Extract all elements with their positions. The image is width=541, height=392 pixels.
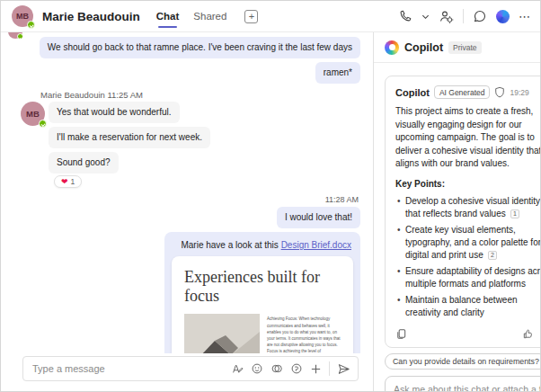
key-point: Create key visual elements, typography, …	[395, 224, 541, 262]
tab-chat[interactable]: Chat	[156, 1, 180, 31]
copilot-paragraph: This project aims to create a fresh, vis…	[395, 105, 541, 171]
ai-generated-badge: AI Generated	[434, 85, 491, 99]
message-received[interactable]: Sound good?	[49, 152, 119, 174]
key-points-list: Develop a cohesive visual identity that …	[395, 195, 541, 319]
format-icon[interactable]	[231, 362, 244, 375]
doc-preview-body: Achieving Focus: When technology communi…	[172, 312, 353, 353]
doc-preview-title: Experiences built for focus	[172, 256, 353, 312]
message-sent-with-file[interactable]: Marie have a look at this Design Brief.d…	[164, 232, 360, 353]
attach-plus-icon[interactable]	[310, 363, 322, 375]
avatar[interactable]: MB	[12, 5, 33, 27]
timestamp: 11:28 AM	[325, 195, 359, 204]
compose-box	[22, 356, 359, 381]
chat-header: MB Marie Beaudouin Chat Shared +	[1, 1, 540, 32]
message-sent[interactable]: I would love that!	[277, 207, 360, 228]
key-point: Develop a cohesive visual identity that …	[395, 195, 541, 220]
copilot-input[interactable]	[394, 384, 541, 392]
avatar-initials: MB	[26, 109, 40, 119]
share-text: Marie have a look at this Design Brief.d…	[172, 239, 353, 256]
copilot-logo-icon	[385, 40, 399, 55]
shield-icon	[494, 86, 505, 98]
heart-reaction-icon: ❤	[61, 177, 68, 186]
message-sent[interactable]: We should go back to that ramne place. I…	[40, 37, 360, 58]
file-link[interactable]: Design Brief.docx	[281, 240, 351, 250]
message-sender-meta: Marie Beaudouin 11:25 AM	[40, 90, 360, 100]
chat-tabs: Chat Shared +	[156, 1, 259, 31]
copilot-panel: Copilot Private × Copilot AI Generated 1…	[374, 32, 541, 391]
header-divider	[463, 9, 464, 23]
key-point: Ensure adaptability of designs across mu…	[395, 265, 541, 290]
compose-divider	[329, 361, 330, 376]
compose-bar	[1, 353, 373, 391]
message-received[interactable]: I'll make a reservation for next week.	[49, 127, 210, 148]
loop-icon[interactable]	[270, 362, 283, 375]
copy-icon[interactable]	[395, 328, 407, 340]
send-button[interactable]	[337, 362, 350, 376]
copilot-title: Copilot	[404, 41, 443, 54]
copilot-timestamp: 19:29	[510, 88, 528, 97]
avatar-initials: MB	[16, 12, 29, 21]
chat-column: We should go back to that ramne place. I…	[1, 32, 374, 391]
reaction-count: 1	[71, 177, 75, 186]
main-area: We should go back to that ramne place. I…	[1, 32, 540, 391]
doc-preview-text: Achieving Focus: When technology communi…	[267, 314, 341, 353]
copilot-panel-header: Copilot Private ×	[374, 32, 541, 63]
suggested-prompt-button[interactable]: Can you provide details on requirements?	[385, 353, 541, 370]
key-point: Maintain a balance between creativity an…	[395, 294, 541, 319]
page-title: Marie Beaudouin	[42, 10, 140, 23]
message-group: MB Yes that would be wonderful. I'll mak…	[21, 102, 360, 188]
message-sent[interactable]: ramen*	[315, 62, 360, 84]
open-chat-icon[interactable]	[473, 9, 487, 23]
copilot-icon[interactable]	[496, 10, 510, 23]
reaction-pill[interactable]: ❤ 1	[54, 175, 82, 188]
call-options-chevron-icon[interactable]	[421, 13, 430, 21]
message-input[interactable]	[32, 363, 224, 374]
tab-shared[interactable]: Shared	[193, 1, 226, 31]
doc-preview-image	[184, 314, 260, 353]
message-list[interactable]: We should go back to that ramne place. I…	[1, 32, 373, 353]
citation-chip[interactable]: 2	[488, 251, 498, 260]
avatar[interactable]: MB	[21, 102, 45, 126]
scrolled-avatar	[8, 32, 22, 39]
add-tab-button[interactable]: +	[244, 10, 258, 23]
copilot-panel-body: Copilot AI Generated 19:29 This project …	[374, 63, 541, 391]
add-people-button[interactable]	[439, 9, 454, 24]
sticker-icon[interactable]	[290, 362, 303, 375]
copilot-input-box	[385, 376, 541, 392]
presence-available-icon	[39, 120, 47, 128]
citation-chip[interactable]: 1	[510, 209, 520, 218]
key-points-label: Key Points:	[395, 179, 541, 189]
emoji-icon[interactable]	[251, 362, 263, 375]
copilot-author: Copilot	[395, 87, 430, 98]
file-preview-card[interactable]: Experiences built for focus	[172, 256, 353, 353]
message-received[interactable]: Yes that would be wonderful.	[49, 102, 180, 123]
header-actions: ⋯	[398, 9, 531, 24]
call-button[interactable]	[398, 9, 412, 23]
thumbs-up-icon[interactable]	[522, 328, 534, 340]
suggestion-row: Can you provide details on requirements?	[385, 348, 541, 376]
more-options-button[interactable]: ⋯	[519, 10, 531, 23]
private-badge: Private	[448, 41, 481, 54]
presence-available-icon	[17, 33, 23, 40]
teams-window: MB Marie Beaudouin Chat Shared +	[0, 0, 541, 392]
presence-available-icon	[27, 21, 35, 29]
copilot-message-card: Copilot AI Generated 19:29 This project …	[385, 76, 541, 348]
